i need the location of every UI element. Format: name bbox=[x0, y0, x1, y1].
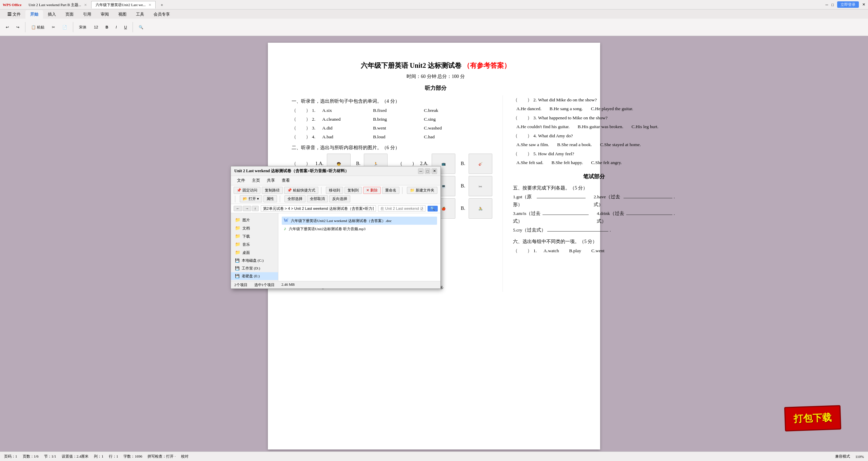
fe-titlebar: Unit 2 Last weekend 达标测试卷（含答案+听力音频+听力材料）… bbox=[231, 166, 440, 176]
q5-row-3: 5.cry（过去式） . bbox=[513, 226, 675, 234]
fe-file-word[interactable]: W 六年级下册英语Unit2 Last weekend 达标测试卷（含答案）.d… bbox=[282, 217, 437, 225]
fe-search-btn[interactable]: 🔍 bbox=[428, 206, 438, 212]
fe-nav-btns: ← → ↑ bbox=[234, 206, 259, 211]
ribbon-tab-page[interactable]: 页面 bbox=[61, 10, 78, 19]
ribbon-btn-italic[interactable]: I bbox=[113, 24, 120, 30]
q1-row-4: （ ） 4. A.bad B.loud C.had bbox=[292, 133, 492, 141]
q4-row-5: （ ） 5. How did Amy feel? bbox=[513, 150, 675, 158]
status-row: 行：1 bbox=[109, 454, 118, 459]
fe-back-btn[interactable]: ← bbox=[234, 206, 242, 211]
q1-row-1: （ ） 1. A.six B.fixed C.break bbox=[292, 107, 492, 115]
ribbon-tabs: ☰ 文件 开始 插入 页面 引用 审阅 视图 工具 会员专享 bbox=[0, 9, 868, 19]
fe-sidebar-documents[interactable]: 📁 文档 bbox=[231, 224, 278, 232]
fe-btn-properties[interactable]: 属性 bbox=[263, 195, 277, 202]
ribbon-tab-ref[interactable]: 引用 bbox=[78, 10, 96, 19]
ribbon-btn-copy[interactable]: 📄 bbox=[59, 24, 70, 31]
status-mode: 兼容模式 bbox=[835, 454, 850, 459]
col-right: （ ） 2. What did Mike do on the show? A.H… bbox=[503, 95, 675, 292]
tab-1-close[interactable]: ✕ bbox=[84, 3, 87, 7]
ribbon-tab-review[interactable]: 审阅 bbox=[96, 10, 114, 19]
fe-btn-copyto[interactable]: 复制到 bbox=[344, 187, 362, 194]
fe-btn-delete[interactable]: ✕ 删除 bbox=[363, 187, 381, 194]
ribbon-btn-underline[interactable]: U bbox=[121, 24, 130, 30]
fe-content: W 六年级下册英语Unit2 Last weekend 达标测试卷（含答案）.d… bbox=[278, 213, 440, 281]
fe-up-btn[interactable]: ↑ bbox=[252, 206, 259, 211]
login-button[interactable]: 立即登录 bbox=[837, 1, 859, 8]
ribbon-tab-insert[interactable]: 插入 bbox=[43, 10, 61, 19]
tab-new[interactable]: ＋ bbox=[156, 1, 168, 8]
ribbon-btn-cut[interactable]: ✂ bbox=[49, 24, 58, 31]
fe-btn-pinaccess[interactable]: 📌 固定访问 bbox=[234, 187, 260, 194]
restore-icon[interactable]: □ bbox=[831, 3, 834, 7]
ribbon-btn-search[interactable]: 🔍 bbox=[136, 24, 146, 31]
close-icon[interactable]: ✕ bbox=[862, 2, 865, 7]
ribbon-btn-font[interactable]: 宋体 bbox=[76, 24, 90, 31]
ribbon-tab-tools[interactable]: 工具 bbox=[131, 10, 149, 19]
fe-sidebar-downloads[interactable]: 📁 下载 bbox=[231, 232, 278, 240]
ribbon-btn-undo[interactable]: ↩ bbox=[3, 24, 12, 31]
fe-btn-selectall[interactable]: 全部选择 bbox=[284, 195, 305, 202]
download-badge[interactable]: 打包下载 bbox=[784, 405, 841, 432]
q5-title: 五、按要求完成下列各题。（5 分） bbox=[513, 184, 675, 192]
fe-sidebar-music[interactable]: 📁 音乐 bbox=[231, 240, 278, 248]
q1-row-2: （ ） 2. A.cleaned B.bring C.sing bbox=[292, 116, 492, 123]
q4-row-2-opts: A.He danced. B.He sang a song. C.He play… bbox=[516, 105, 675, 113]
fe-sidebar-pictures[interactable]: 📁 图片 bbox=[231, 216, 278, 224]
fe-btn-moveto[interactable]: 移动到 bbox=[326, 187, 343, 194]
fe-sidebar-drive-d[interactable]: 💾 工作室 (D:) bbox=[231, 264, 278, 272]
ribbon-tab-home[interactable]: 开始 bbox=[25, 10, 43, 19]
tab-1[interactable]: Unit 2 Last weekend Part B 主题... ✕ bbox=[24, 1, 91, 8]
fe-btn-newfolder[interactable]: 📁 新建文件夹 bbox=[407, 187, 437, 194]
q5-row-2: 3.am/is（过去式） 4.drink（过去式） . bbox=[513, 210, 675, 225]
status-col: 列：1 bbox=[94, 454, 103, 459]
q4-row-2: （ ） 2. What did Mike do on the show? bbox=[513, 96, 675, 104]
page-title: 六年级下册英语 Unit2 达标测试卷 （有参考答案） bbox=[292, 60, 580, 71]
tab-bar: Unit 2 Last weekend Part B 主题... ✕ 六年级下册… bbox=[24, 1, 168, 8]
fe-sidebar-drive-c[interactable]: 💾 本地磁盘 (C:) bbox=[231, 257, 278, 264]
fe-menu-share[interactable]: 共享 bbox=[263, 177, 278, 184]
fe-btn-paste-shortcut[interactable]: 📌 粘贴快捷方式 bbox=[284, 187, 318, 194]
fe-search-input[interactable] bbox=[378, 205, 426, 212]
folder-icon: 📁 bbox=[235, 250, 240, 255]
ribbon-tab-file[interactable]: ☰ 文件 bbox=[3, 10, 25, 19]
ribbon-btn-redo[interactable]: ↪ bbox=[13, 24, 22, 31]
ribbon-btn-size[interactable]: 12 bbox=[91, 24, 101, 30]
fe-btn-open[interactable]: 📂 打开 ▾ bbox=[240, 195, 262, 202]
fe-btn-rename[interactable]: 重命名 bbox=[382, 187, 399, 194]
fe-menu-file[interactable]: 文件 bbox=[234, 177, 249, 184]
fe-btn-invert[interactable]: 反向选择 bbox=[329, 195, 350, 202]
fe-menu-view[interactable]: 查看 bbox=[278, 177, 293, 184]
fe-restore-btn[interactable]: □ bbox=[425, 168, 430, 174]
ribbon-sep-1 bbox=[25, 22, 25, 32]
fe-body: 📁 图片 📁 文档 📁 下载 📁 音乐 📁 桌面 💾 本地磁盘 (C:) bbox=[231, 213, 440, 281]
fe-sidebar-desktop[interactable]: 📁 桌面 bbox=[231, 248, 278, 257]
folder-icon: 📁 bbox=[235, 234, 240, 239]
fe-sidebar-drive-e[interactable]: 💾 老硬盘 (E:) bbox=[231, 272, 278, 280]
ribbon: ☰ 文件 开始 插入 页面 引用 审阅 视图 工具 会员专享 ↩ ↪ 📋 粘贴 … bbox=[0, 9, 868, 36]
drive-icon: 💾 bbox=[235, 266, 240, 270]
fe-btn-deselect[interactable]: 全部取消 bbox=[307, 195, 328, 202]
q2-title: 二、听录音，选出与所听内容相符的图片。（6 分） bbox=[292, 144, 492, 152]
q2-img-2b: 🎸 bbox=[469, 154, 492, 174]
fe-address-input[interactable] bbox=[261, 205, 376, 212]
tab-2[interactable]: 六年级下册英语Unit2 Last we... ✕ bbox=[91, 1, 156, 8]
top-bar-right: ─ □ 立即登录 ✕ bbox=[826, 1, 865, 8]
fe-menu-home[interactable]: 主页 bbox=[249, 177, 263, 184]
tab-2-close[interactable]: ✕ bbox=[149, 3, 151, 7]
fe-forward-btn[interactable]: → bbox=[243, 206, 251, 211]
folder-icon: 📁 bbox=[235, 217, 240, 223]
fe-btn-copy-path[interactable]: 复制路径 bbox=[262, 187, 283, 194]
ribbon-toolbar: ↩ ↪ 📋 粘贴 ✂ 📄 宋体 12 B I U 🔍 bbox=[0, 19, 868, 36]
ribbon-tab-member[interactable]: 会员专享 bbox=[149, 10, 175, 19]
section-listening: 听力部分 bbox=[292, 83, 580, 93]
fe-minimize-btn[interactable]: ─ bbox=[418, 168, 423, 174]
q6-row-1: （ ） 1. A.watch B.play C.went bbox=[513, 247, 675, 255]
ribbon-btn-paste[interactable]: 📋 粘贴 bbox=[28, 24, 47, 31]
ribbon-btn-bold[interactable]: B bbox=[102, 24, 111, 30]
fe-file-audio[interactable]: ♪ 六年级下册英语Unit2达标测试卷 听力音频.mp3 bbox=[282, 225, 437, 233]
fe-close-btn[interactable]: ✕ bbox=[432, 168, 437, 174]
status-proofread[interactable]: 校对 bbox=[181, 454, 189, 459]
fe-sidebar: 📁 图片 📁 文档 📁 下载 📁 音乐 📁 桌面 💾 本地磁盘 (C:) bbox=[231, 213, 278, 281]
minimize-icon[interactable]: ─ bbox=[826, 3, 828, 7]
ribbon-tab-view[interactable]: 视图 bbox=[114, 10, 131, 19]
